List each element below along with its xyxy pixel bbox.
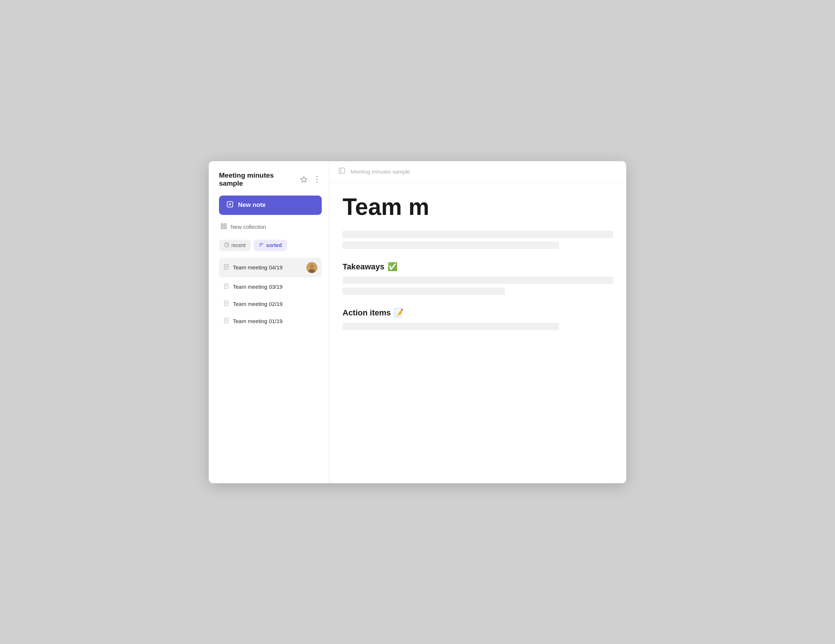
document-title: Team m bbox=[343, 194, 613, 220]
note-title: Team meeting 02/19 bbox=[233, 301, 283, 307]
sidebar-header: Meeting minutes sample ⋮ bbox=[219, 172, 322, 188]
note-item-left: Team meeting 03/19 bbox=[223, 283, 283, 290]
recent-label: recent bbox=[231, 242, 246, 248]
main-topbar-title: Meeting minutes sample bbox=[351, 169, 410, 175]
sidebar-title: Meeting minutes sample bbox=[219, 172, 299, 188]
note-item-left: Team meeting 04/19 bbox=[223, 264, 283, 271]
new-note-icon bbox=[226, 201, 234, 210]
note-file-icon bbox=[223, 283, 229, 290]
content-placeholder bbox=[343, 277, 613, 284]
note-file-icon bbox=[223, 300, 229, 307]
svg-rect-6 bbox=[221, 227, 223, 229]
sorted-icon bbox=[259, 242, 264, 248]
note-item[interactable]: Team meeting 02/19 bbox=[219, 296, 322, 312]
main-content: Team m Takeaways ✅ Action items 📝 bbox=[330, 182, 626, 483]
svg-marker-0 bbox=[301, 176, 307, 182]
notes-list: Team meeting 04/19 bbox=[219, 258, 322, 329]
note-title: Team meeting 01/19 bbox=[233, 318, 283, 324]
filter-tabs: recent sorted bbox=[219, 240, 322, 251]
svg-rect-32 bbox=[339, 168, 345, 173]
action-items-emoji: 📝 bbox=[394, 308, 404, 318]
main-panel: Meeting minutes sample Team m Takeaways … bbox=[330, 161, 626, 483]
expand-icon[interactable] bbox=[338, 167, 346, 176]
note-title: Team meeting 03/19 bbox=[233, 284, 283, 290]
content-placeholder bbox=[343, 323, 559, 330]
main-topbar: Meeting minutes sample bbox=[330, 161, 626, 182]
note-file-icon bbox=[223, 264, 229, 271]
action-items-label: Action items bbox=[343, 308, 391, 318]
section-action-items: Action items 📝 bbox=[343, 308, 613, 318]
avatar bbox=[306, 262, 317, 273]
new-note-button[interactable]: New note bbox=[219, 196, 322, 215]
note-item[interactable]: Team meeting 04/19 bbox=[219, 258, 322, 277]
sorted-label: sorted bbox=[266, 242, 282, 248]
note-item[interactable]: Team meeting 01/19 bbox=[219, 313, 322, 329]
recent-icon bbox=[224, 242, 229, 248]
filter-recent[interactable]: recent bbox=[219, 240, 251, 251]
star-icon[interactable] bbox=[299, 175, 309, 184]
filter-sorted[interactable]: sorted bbox=[254, 240, 287, 251]
collection-icon bbox=[221, 223, 227, 231]
new-collection-label: New collection bbox=[231, 224, 266, 230]
more-icon[interactable]: ⋮ bbox=[312, 175, 322, 184]
svg-rect-4 bbox=[221, 224, 223, 225]
svg-rect-7 bbox=[224, 227, 226, 229]
svg-rect-5 bbox=[224, 224, 226, 225]
takeaways-emoji: ✅ bbox=[388, 262, 397, 272]
content-placeholder bbox=[343, 288, 505, 295]
app-window: Meeting minutes sample ⋮ New note bbox=[209, 161, 626, 483]
new-collection-button[interactable]: New collection bbox=[219, 221, 322, 233]
section-takeaways: Takeaways ✅ bbox=[343, 262, 613, 272]
content-placeholder bbox=[343, 242, 559, 249]
sidebar: Meeting minutes sample ⋮ New note bbox=[209, 161, 330, 483]
note-item-left: Team meeting 01/19 bbox=[223, 318, 283, 324]
content-placeholder bbox=[343, 230, 613, 238]
new-note-label: New note bbox=[238, 201, 266, 209]
note-title: Team meeting 04/19 bbox=[233, 264, 283, 271]
takeaways-label: Takeaways bbox=[343, 262, 385, 272]
note-item[interactable]: Team meeting 03/19 bbox=[219, 279, 322, 295]
header-icons: ⋮ bbox=[299, 175, 322, 184]
note-file-icon bbox=[223, 318, 229, 324]
note-item-left: Team meeting 02/19 bbox=[223, 300, 283, 307]
